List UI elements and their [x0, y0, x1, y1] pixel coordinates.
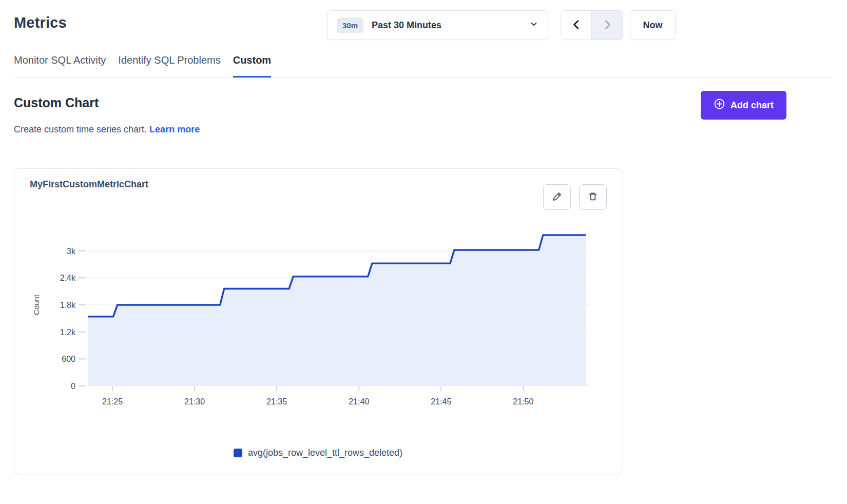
page-title: Metrics — [14, 14, 67, 31]
tabs-divider — [14, 77, 833, 77]
plus-circle-icon — [714, 98, 725, 112]
svg-text:21:25: 21:25 — [102, 397, 123, 406]
section-subtitle: Create custom time series chart. Learn m… — [14, 124, 200, 135]
legend-swatch — [234, 449, 242, 457]
svg-text:1.2k: 1.2k — [60, 328, 76, 337]
section-subtitle-text: Create custom time series chart. — [14, 124, 147, 134]
time-range-dropdown[interactable]: 30m Past 30 Minutes — [327, 10, 548, 40]
svg-text:21:40: 21:40 — [349, 397, 369, 406]
svg-text:600: 600 — [62, 355, 75, 363]
time-range-badge: 30m — [337, 17, 363, 33]
legend-label: avg(jobs_row_level_ttl_rows_deleted) — [248, 448, 402, 458]
svg-text:0: 0 — [71, 382, 75, 391]
time-range-label: Past 30 Minutes — [372, 20, 529, 31]
tab-monitor-sql-activity[interactable]: Monitor SQL Activity — [14, 52, 106, 78]
trash-icon — [587, 191, 599, 204]
svg-text:Count: Count — [32, 294, 41, 315]
custom-chart-svg[interactable]: 06001.2k1.8k2.4k3k21:2521:3021:3521:4021… — [14, 210, 623, 428]
time-forward-button[interactable] — [592, 11, 623, 40]
chevron-right-icon — [602, 19, 613, 32]
section-title: Custom Chart — [14, 95, 99, 110]
svg-text:3k: 3k — [67, 247, 76, 256]
chevron-down-icon — [529, 20, 538, 31]
chevron-left-icon — [571, 19, 582, 32]
chart-legend[interactable]: avg(jobs_row_level_ttl_rows_deleted) — [14, 448, 622, 458]
tab-custom[interactable]: Custom — [233, 52, 271, 78]
custom-chart-card: MyFirstCustomMetricChart 06001.2k1.8k2.4… — [14, 168, 622, 474]
add-chart-label: Add chart — [730, 100, 774, 111]
time-shift-button-group — [561, 10, 623, 40]
svg-text:21:35: 21:35 — [266, 397, 287, 406]
add-chart-button[interactable]: Add chart — [701, 91, 786, 120]
delete-chart-button[interactable] — [579, 184, 607, 210]
metrics-tabs: Monitor SQL Activity Identify SQL Proble… — [14, 52, 271, 78]
pencil-icon — [551, 191, 563, 204]
chart-card-title: MyFirstCustomMetricChart — [30, 179, 148, 190]
svg-text:21:45: 21:45 — [431, 397, 451, 406]
now-button[interactable]: Now — [630, 10, 676, 40]
metrics-page: Metrics 30m Past 30 Minutes Now Monitor … — [0, 0, 847, 504]
chart-legend-divider — [30, 436, 606, 436]
tab-identify-sql-problems[interactable]: Identify SQL Problems — [118, 52, 220, 78]
learn-more-link[interactable]: Learn more — [149, 124, 200, 134]
svg-text:21:30: 21:30 — [184, 397, 205, 406]
svg-text:2.4k: 2.4k — [60, 274, 76, 282]
edit-chart-button[interactable] — [543, 184, 571, 210]
svg-text:1.8k: 1.8k — [60, 301, 76, 309]
time-back-button[interactable] — [561, 11, 592, 40]
svg-text:21:50: 21:50 — [513, 397, 533, 406]
